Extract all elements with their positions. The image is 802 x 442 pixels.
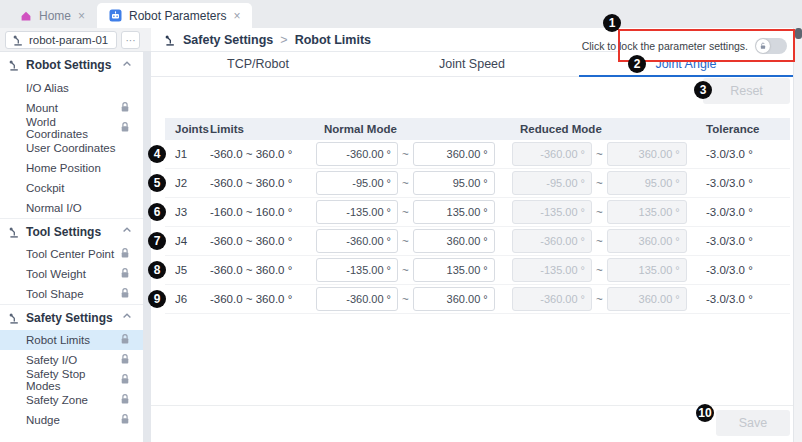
tab-robot-parameters[interactable]: Robot Parameters × xyxy=(97,3,252,28)
range-separator: ~ xyxy=(596,206,603,218)
save-button[interactable]: Save xyxy=(716,410,790,436)
joint-label: J3 xyxy=(165,206,210,218)
sidebar-item-home-position[interactable]: Home Position xyxy=(0,158,143,178)
sidebar-item-world-coordinates[interactable]: World Coordinates xyxy=(0,118,143,138)
reduced-max-input xyxy=(607,258,687,282)
sidebar-item-user-coordinates[interactable]: User Coordinates xyxy=(0,138,143,158)
table-row-j1: J1 -360.0 ~ 360.0 ° ~ ~ -3.0/3.0 ° xyxy=(165,140,790,169)
normal-min-input[interactable] xyxy=(316,287,398,311)
annotation-badge-9: 9 xyxy=(148,290,166,308)
annotation-badge-2: 2 xyxy=(628,55,646,73)
scrollbar-thumb[interactable] xyxy=(795,28,802,39)
normal-max-input[interactable] xyxy=(413,229,495,253)
range-separator: ~ xyxy=(596,148,603,160)
table-row-j4: J4 -360.0 ~ 360.0 ° ~ ~ -3.0/3.0 ° xyxy=(165,227,790,256)
lock-icon xyxy=(119,287,131,301)
table-row-j6: J6 -360.0 ~ 360.0 ° ~ ~ -3.0/3.0 ° xyxy=(165,285,790,314)
reduced-min-input xyxy=(512,258,592,282)
close-icon[interactable]: × xyxy=(233,10,240,22)
lock-banner-text: Click to lock the parameter settings. xyxy=(582,40,748,52)
lock-icon xyxy=(119,121,131,135)
table-header-row: Joints Limits Normal Mode Reduced Mode T… xyxy=(165,118,790,140)
normal-max-input[interactable] xyxy=(413,142,495,166)
tolerance-value: -3.0/3.0 ° xyxy=(698,206,790,218)
window-tab-bar: Home × Robot Parameters × xyxy=(0,0,802,28)
main-content: TCP/Robot Joint Speed Joint Angle Reset … xyxy=(151,52,793,442)
tolerance-value: -3.0/3.0 ° xyxy=(698,235,790,247)
vertical-scrollbar[interactable] xyxy=(793,28,802,442)
sidebar-item-safety-stop-modes[interactable]: Safety Stop Modes xyxy=(0,370,143,390)
chevron-up-icon xyxy=(121,224,133,239)
sidebar-item-nudge[interactable]: Nudge xyxy=(0,410,143,430)
lock-settings-banner: Click to lock the parameter settings. xyxy=(618,29,795,62)
lock-icon xyxy=(119,373,131,387)
joint-label: J5 xyxy=(165,264,210,276)
section-header-tool-settings[interactable]: Tool Settings xyxy=(0,218,143,244)
section-safety-settings: Safety Settings Robot Limits Safety I/O … xyxy=(0,304,143,430)
breadcrumb-parent[interactable]: Safety Settings xyxy=(183,33,273,47)
reduced-max-input xyxy=(607,229,687,253)
robot-arm-icon xyxy=(8,59,20,71)
close-icon[interactable]: × xyxy=(78,10,85,22)
sidebar-item-io-alias[interactable]: I/O Alias xyxy=(0,78,143,98)
sidebar-header: robot-param-01 ··· xyxy=(0,28,151,52)
normal-min-input[interactable] xyxy=(316,171,398,195)
normal-min-input[interactable] xyxy=(316,200,398,224)
section-label: Safety Settings xyxy=(26,311,113,325)
lock-icon xyxy=(119,247,131,261)
more-options-button[interactable]: ··· xyxy=(121,31,140,49)
reset-button[interactable]: Reset xyxy=(703,78,790,104)
breadcrumb-separator: > xyxy=(280,33,287,47)
reduced-max-input xyxy=(607,142,687,166)
section-tool-settings: Tool Settings Tool Center Point Tool Wei… xyxy=(0,218,143,304)
tab-robot-parameters-label: Robot Parameters xyxy=(129,9,226,23)
tolerance-value: -3.0/3.0 ° xyxy=(698,293,790,305)
tab-joint-speed[interactable]: Joint Speed xyxy=(365,52,579,76)
reduced-max-input xyxy=(607,287,687,311)
sidebar-item-normal-io[interactable]: Normal I/O xyxy=(0,198,143,218)
table-row-j2: J2 -360.0 ~ 360.0 ° ~ ~ -3.0/3.0 ° xyxy=(165,169,790,198)
limits-value: -160.0 ~ 160.0 ° xyxy=(210,206,316,218)
column-header-reduced-mode: Reduced Mode xyxy=(512,123,698,135)
settings-sidebar: Robot Settings I/O Alias Mount World Coo… xyxy=(0,52,143,442)
normal-min-input[interactable] xyxy=(316,229,398,253)
sidebar-item-label: Robot Limits xyxy=(26,334,90,346)
sidebar-item-label: Tool Shape xyxy=(26,288,84,300)
tab-home[interactable]: Home × xyxy=(8,3,97,28)
sidebar-item-safety-zone[interactable]: Safety Zone xyxy=(0,390,143,410)
annotation-badge-3: 3 xyxy=(694,81,712,99)
sidebar-item-robot-limits[interactable]: Robot Limits xyxy=(0,330,143,350)
breadcrumb-current: Robot Limits xyxy=(295,33,371,47)
param-name-field[interactable]: robot-param-01 xyxy=(5,31,117,49)
robot-arm-icon xyxy=(164,34,176,46)
range-separator: ~ xyxy=(596,293,603,305)
section-header-robot-settings[interactable]: Robot Settings xyxy=(0,52,143,78)
robot-arm-icon xyxy=(8,226,20,238)
sidebar-item-label: Tool Weight xyxy=(26,268,86,280)
annotation-badge-10: 10 xyxy=(696,404,714,422)
sidebar-item-tool-center-point[interactable]: Tool Center Point xyxy=(0,244,143,264)
annotation-badge-8: 8 xyxy=(148,261,166,279)
reduced-max-input xyxy=(607,200,687,224)
chevron-up-icon xyxy=(121,58,133,73)
normal-max-input[interactable] xyxy=(413,258,495,282)
robot-parameters-icon xyxy=(109,9,122,22)
sidebar-item-safety-io[interactable]: Safety I/O xyxy=(0,350,143,370)
sidebar-item-cockpit[interactable]: Cockpit xyxy=(0,178,143,198)
normal-min-input[interactable] xyxy=(316,258,398,282)
normal-max-input[interactable] xyxy=(413,287,495,311)
sidebar-item-tool-weight[interactable]: Tool Weight xyxy=(0,264,143,284)
column-header-joints: Joints xyxy=(165,123,210,135)
section-header-safety-settings[interactable]: Safety Settings xyxy=(0,304,143,330)
tab-tcp-robot[interactable]: TCP/Robot xyxy=(151,52,365,76)
robot-arm-icon xyxy=(8,312,20,324)
limits-value: -360.0 ~ 360.0 ° xyxy=(210,293,316,305)
sidebar-item-mount[interactable]: Mount xyxy=(0,98,143,118)
reduced-max-input xyxy=(607,171,687,195)
normal-min-input[interactable] xyxy=(316,142,398,166)
lock-toggle[interactable] xyxy=(755,38,787,54)
reduced-min-input xyxy=(512,200,592,224)
normal-max-input[interactable] xyxy=(413,171,495,195)
normal-max-input[interactable] xyxy=(413,200,495,224)
sidebar-item-tool-shape[interactable]: Tool Shape xyxy=(0,284,143,304)
